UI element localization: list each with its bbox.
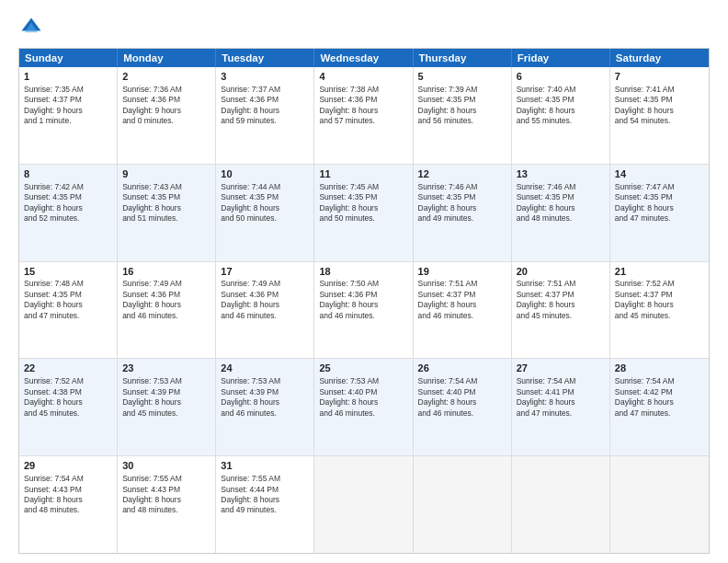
day-cell-24: 24Sunrise: 7:53 AMSunset: 4:39 PMDayligh… bbox=[216, 359, 314, 455]
day-info-line: Sunrise: 7:53 AM bbox=[122, 376, 182, 385]
day-info-line: Daylight: 8 hours bbox=[615, 106, 674, 115]
day-info-line: and 59 minutes. bbox=[221, 116, 276, 125]
day-info-line: Daylight: 8 hours bbox=[319, 397, 378, 407]
day-info-line: and 50 minutes. bbox=[221, 213, 276, 223]
day-info-line: Sunset: 4:35 PM bbox=[517, 95, 574, 104]
header-cell-wednesday: Wednesday bbox=[314, 49, 413, 67]
day-cell-28: 28Sunrise: 7:54 AMSunset: 4:42 PMDayligh… bbox=[610, 359, 709, 455]
day-info-line: and 48 minutes. bbox=[517, 213, 572, 223]
day-info-line: Sunset: 4:39 PM bbox=[122, 387, 180, 396]
empty-cell bbox=[414, 456, 512, 553]
day-number: 22 bbox=[24, 362, 112, 375]
logo-icon bbox=[18, 15, 44, 40]
day-info-line: Daylight: 8 hours bbox=[319, 106, 378, 115]
day-info-line: Daylight: 9 hours bbox=[122, 106, 181, 115]
page: SundayMondayTuesdayWednesdayThursdayFrid… bbox=[0, 0, 728, 563]
day-info-line: Sunset: 4:35 PM bbox=[615, 192, 673, 201]
day-number: 5 bbox=[418, 70, 506, 84]
day-info-line: and 46 minutes. bbox=[418, 408, 473, 418]
day-info-line: Sunrise: 7:39 AM bbox=[418, 85, 478, 94]
day-info-line: and 54 minutes. bbox=[615, 116, 670, 125]
day-info-line: and 52 minutes. bbox=[24, 213, 79, 223]
day-info-line: Sunrise: 7:40 AM bbox=[517, 85, 576, 94]
header bbox=[18, 15, 710, 40]
day-cell-5: 5Sunrise: 7:39 AMSunset: 4:35 PMDaylight… bbox=[414, 67, 512, 164]
day-info-line: Sunrise: 7:51 AM bbox=[517, 279, 576, 288]
day-info-line: Daylight: 8 hours bbox=[122, 203, 181, 213]
day-info-line: and 57 minutes. bbox=[319, 116, 374, 125]
day-info-line: and 49 minutes. bbox=[418, 213, 473, 223]
day-info-line: Daylight: 8 hours bbox=[221, 106, 279, 115]
calendar-week-4: 22Sunrise: 7:52 AMSunset: 4:38 PMDayligh… bbox=[19, 358, 709, 455]
day-info-line: Daylight: 8 hours bbox=[418, 397, 477, 407]
day-info-line: Sunrise: 7:36 AM bbox=[122, 85, 182, 94]
day-number: 23 bbox=[122, 362, 210, 375]
day-info-line: and 47 minutes. bbox=[24, 311, 79, 320]
calendar: SundayMondayTuesdayWednesdayThursdayFrid… bbox=[18, 48, 710, 554]
day-info-line: Daylight: 8 hours bbox=[517, 300, 575, 309]
day-info-line: Sunset: 4:43 PM bbox=[122, 485, 180, 494]
day-info-line: Daylight: 8 hours bbox=[24, 397, 83, 407]
day-number: 11 bbox=[319, 167, 407, 181]
day-info-line: Sunset: 4:37 PM bbox=[517, 290, 574, 299]
day-number: 14 bbox=[615, 167, 704, 181]
calendar-week-5: 29Sunrise: 7:54 AMSunset: 4:43 PMDayligh… bbox=[19, 455, 709, 553]
day-cell-2: 2Sunrise: 7:36 AMSunset: 4:36 PMDaylight… bbox=[118, 67, 216, 164]
day-number: 24 bbox=[221, 362, 309, 375]
day-info-line: Sunrise: 7:48 AM bbox=[24, 279, 84, 288]
day-cell-7: 7Sunrise: 7:41 AMSunset: 4:35 PMDaylight… bbox=[610, 67, 709, 164]
day-info-line: and 46 minutes. bbox=[319, 408, 374, 418]
day-info-line: and 1 minute. bbox=[24, 116, 72, 125]
day-info-line: Daylight: 8 hours bbox=[418, 106, 477, 115]
day-number: 2 bbox=[122, 70, 210, 84]
day-info-line: Sunrise: 7:54 AM bbox=[517, 376, 576, 385]
day-info-line: Sunset: 4:35 PM bbox=[221, 192, 279, 201]
day-number: 7 bbox=[615, 70, 704, 84]
day-info-line: Sunset: 4:35 PM bbox=[122, 192, 180, 201]
day-info-line: Sunrise: 7:54 AM bbox=[418, 376, 478, 385]
day-cell-1: 1Sunrise: 7:35 AMSunset: 4:37 PMDaylight… bbox=[19, 67, 118, 164]
day-cell-8: 8Sunrise: 7:42 AMSunset: 4:35 PMDaylight… bbox=[19, 165, 118, 261]
empty-cell bbox=[314, 456, 413, 553]
day-info-line: Sunrise: 7:37 AM bbox=[221, 85, 280, 94]
day-number: 16 bbox=[122, 265, 210, 279]
day-number: 27 bbox=[517, 362, 605, 375]
day-info-line: Daylight: 8 hours bbox=[319, 203, 378, 213]
day-info-line: Sunset: 4:40 PM bbox=[319, 387, 377, 396]
day-info-line: Sunrise: 7:45 AM bbox=[319, 182, 379, 191]
day-cell-6: 6Sunrise: 7:40 AMSunset: 4:35 PMDaylight… bbox=[512, 67, 610, 164]
day-info-line: and 47 minutes. bbox=[615, 213, 670, 223]
day-info-line: Sunset: 4:35 PM bbox=[418, 95, 476, 104]
day-info-line: Sunrise: 7:47 AM bbox=[615, 182, 675, 191]
day-info-line: Sunrise: 7:49 AM bbox=[122, 279, 182, 288]
day-cell-16: 16Sunrise: 7:49 AMSunset: 4:36 PMDayligh… bbox=[118, 262, 216, 359]
day-info-line: Daylight: 8 hours bbox=[319, 300, 378, 309]
day-info-line: Sunrise: 7:41 AM bbox=[615, 85, 675, 94]
day-info-line: and 48 minutes. bbox=[24, 505, 79, 514]
calendar-week-2: 8Sunrise: 7:42 AMSunset: 4:35 PMDaylight… bbox=[19, 164, 709, 261]
day-cell-21: 21Sunrise: 7:52 AMSunset: 4:37 PMDayligh… bbox=[610, 262, 709, 359]
day-cell-9: 9Sunrise: 7:43 AMSunset: 4:35 PMDaylight… bbox=[118, 165, 216, 261]
day-cell-4: 4Sunrise: 7:38 AMSunset: 4:36 PMDaylight… bbox=[314, 67, 413, 164]
day-info-line: Daylight: 8 hours bbox=[221, 203, 279, 213]
day-info-line: Daylight: 8 hours bbox=[418, 300, 477, 309]
day-info-line: Sunset: 4:42 PM bbox=[615, 387, 673, 396]
day-number: 26 bbox=[418, 362, 506, 375]
day-info-line: Sunrise: 7:42 AM bbox=[24, 182, 84, 191]
day-info-line: and 47 minutes. bbox=[517, 408, 572, 418]
day-info-line: and 56 minutes. bbox=[418, 116, 473, 125]
header-cell-monday: Monday bbox=[118, 49, 216, 67]
day-info-line: Daylight: 8 hours bbox=[122, 300, 181, 309]
day-number: 21 bbox=[615, 265, 704, 279]
day-cell-18: 18Sunrise: 7:50 AMSunset: 4:36 PMDayligh… bbox=[314, 262, 413, 359]
day-info-line: Daylight: 8 hours bbox=[615, 300, 674, 309]
day-info-line: Daylight: 8 hours bbox=[517, 203, 575, 213]
day-cell-30: 30Sunrise: 7:55 AMSunset: 4:43 PMDayligh… bbox=[118, 456, 216, 553]
day-info-line: Sunset: 4:35 PM bbox=[615, 95, 673, 104]
calendar-body: 1Sunrise: 7:35 AMSunset: 4:37 PMDaylight… bbox=[19, 67, 709, 553]
day-info-line: Sunrise: 7:55 AM bbox=[221, 474, 280, 483]
day-info-line: Sunset: 4:35 PM bbox=[24, 192, 82, 201]
day-info-line: Sunset: 4:44 PM bbox=[221, 485, 279, 494]
day-info-line: Sunrise: 7:53 AM bbox=[319, 376, 379, 385]
header-cell-sunday: Sunday bbox=[19, 49, 118, 67]
